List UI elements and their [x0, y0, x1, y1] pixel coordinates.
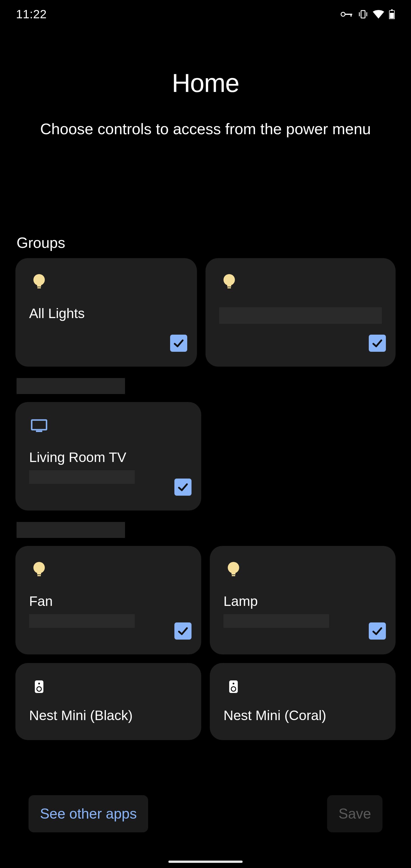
svg-point-17 [33, 562, 45, 574]
svg-point-0 [341, 12, 345, 16]
svg-point-27 [232, 683, 234, 684]
control-card-title: All Lights [29, 306, 183, 321]
svg-rect-16 [36, 431, 42, 432]
bulb-icon [223, 560, 244, 580]
svg-rect-18 [37, 573, 41, 575]
vibrate-icon [358, 10, 368, 19]
svg-rect-2 [350, 14, 352, 17]
control-card-title: Nest Mini (Black) [29, 708, 188, 723]
speaker-icon [29, 677, 49, 697]
svg-point-9 [33, 274, 45, 285]
control-checkbox[interactable] [175, 478, 191, 496]
bulb-icon [219, 272, 239, 292]
svg-rect-15 [32, 420, 46, 430]
vpn-key-icon [340, 11, 353, 18]
tv-icon [29, 416, 49, 436]
section-title-redacted [17, 378, 125, 394]
battery-icon [389, 9, 395, 19]
svg-rect-19 [37, 575, 41, 576]
wifi-icon [373, 10, 384, 19]
page-subtitle: Choose controls to access from the power… [17, 119, 394, 140]
svg-rect-21 [231, 573, 235, 575]
control-card-lamp[interactable]: Lamp [210, 546, 396, 654]
control-checkbox[interactable] [369, 335, 386, 352]
control-card-subtitle-redacted [29, 470, 135, 484]
section-title-groups: Groups [15, 234, 396, 258]
svg-rect-22 [232, 575, 235, 576]
control-card-subtitle-redacted [223, 614, 329, 628]
svg-rect-8 [390, 13, 394, 19]
svg-rect-3 [361, 10, 365, 18]
control-checkbox[interactable] [369, 622, 386, 640]
status-icons-group [340, 9, 395, 19]
page-header: Home Choose controls to access from the … [0, 68, 411, 140]
see-other-apps-button[interactable]: See other apps [29, 795, 148, 832]
svg-point-12 [223, 274, 235, 285]
control-card-title: Fan [29, 593, 188, 609]
svg-point-24 [38, 683, 40, 684]
control-card-title: Lamp [223, 593, 382, 609]
gesture-nav-bar[interactable] [168, 861, 243, 863]
control-card-nest-mini-black[interactable]: Nest Mini (Black) [15, 663, 201, 740]
controls-list[interactable]: Groups All Lights [15, 234, 396, 779]
svg-rect-11 [37, 287, 41, 288]
control-card-fan[interactable]: Fan [15, 546, 201, 654]
bulb-icon [29, 272, 49, 292]
bottom-action-bar: See other apps Save [0, 779, 411, 868]
control-card-redacted-group[interactable] [205, 258, 396, 367]
control-card-title: Living Room TV [29, 450, 188, 465]
control-card-title-redacted [219, 307, 382, 324]
control-card-all-lights[interactable]: All Lights [15, 258, 197, 367]
speaker-icon [223, 677, 244, 697]
svg-point-20 [228, 562, 239, 574]
svg-rect-14 [227, 287, 231, 288]
control-checkbox[interactable] [170, 335, 187, 352]
control-checkbox[interactable] [175, 622, 191, 640]
section-title-redacted [17, 522, 125, 538]
control-card-living-room-tv[interactable]: Living Room TV [15, 402, 201, 510]
bulb-icon [29, 560, 49, 580]
status-bar: 11:22 [0, 0, 411, 29]
control-card-nest-mini-coral[interactable]: Nest Mini (Coral) [210, 663, 396, 740]
save-button[interactable]: Save [327, 795, 382, 832]
control-card-subtitle-redacted [29, 614, 135, 628]
control-card-title: Nest Mini (Coral) [223, 708, 382, 723]
page-title: Home [17, 68, 394, 98]
svg-rect-10 [37, 285, 41, 287]
svg-rect-13 [227, 285, 231, 287]
status-time: 11:22 [16, 7, 47, 21]
